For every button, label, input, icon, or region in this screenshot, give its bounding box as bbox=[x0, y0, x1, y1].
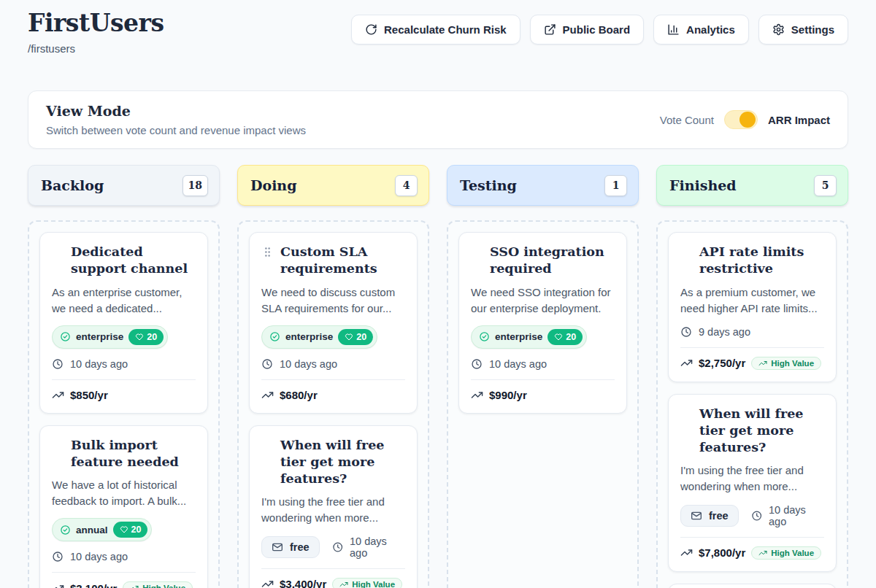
card-divider bbox=[261, 379, 405, 380]
plan-label: annual bbox=[76, 525, 108, 535]
heart-icon bbox=[345, 333, 353, 341]
toggle-knob-icon bbox=[739, 112, 756, 128]
arr-row: $7,800/yrHigh Value bbox=[680, 546, 824, 560]
plan-label: enterprise bbox=[285, 331, 333, 342]
card-title: SSO integration required bbox=[490, 244, 615, 278]
column-dropzone-testing[interactable]: SSO integration requiredWe need SSO inte… bbox=[447, 220, 639, 588]
feedback-card[interactable]: Custom branding for annual plan bbox=[668, 584, 837, 588]
trending-up-icon bbox=[52, 582, 64, 588]
arr-row: $990/yr bbox=[471, 389, 615, 401]
board-column-doing: Doing4Custom SLA requirementsWe need to … bbox=[237, 165, 429, 588]
feedback-card[interactable]: When will free tier get more features?I'… bbox=[668, 394, 837, 572]
board-column-testing: Testing1SSO integration requiredWe need … bbox=[447, 165, 639, 588]
timestamp-label: 10 days ago bbox=[70, 358, 128, 370]
vote-count-pill: 20 bbox=[128, 329, 164, 345]
clock-icon bbox=[680, 326, 692, 338]
view-mode-toggle-group: Vote Count ARR Impact bbox=[660, 110, 830, 129]
feedback-card[interactable]: API rate limits restrictiveAs a premium … bbox=[668, 232, 837, 382]
trending-up-icon bbox=[339, 580, 348, 588]
heart-icon bbox=[135, 333, 144, 341]
check-circle-icon bbox=[269, 331, 280, 342]
clock-icon bbox=[332, 541, 343, 553]
timestamp: 10 days ago bbox=[52, 551, 196, 562]
column-dropzone-backlog[interactable]: Dedicated support channelAs an enterpris… bbox=[28, 220, 220, 588]
trending-up-icon bbox=[680, 546, 693, 559]
high-value-label: High Value bbox=[771, 359, 814, 368]
clock-icon bbox=[471, 358, 483, 370]
high-value-badge: High Value bbox=[751, 357, 821, 370]
trending-up-icon bbox=[758, 359, 767, 368]
analytics-button[interactable]: Analytics bbox=[653, 15, 749, 45]
column-title: Finished bbox=[669, 177, 737, 193]
public-board-button[interactable]: Public Board bbox=[530, 15, 645, 45]
kanban-board: Backlog18Dedicated support channelAs an … bbox=[0, 165, 876, 588]
column-header-doing: Doing4 bbox=[237, 165, 429, 206]
plan-label: enterprise bbox=[76, 331, 123, 342]
trending-up-icon bbox=[680, 357, 693, 369]
trending-up-icon bbox=[261, 578, 274, 588]
bar-chart-icon bbox=[667, 23, 680, 36]
feedback-card[interactable]: Custom SLA requirementsWe need to discus… bbox=[249, 232, 418, 414]
column-dropzone-doing[interactable]: Custom SLA requirementsWe need to discus… bbox=[237, 220, 429, 588]
card-description: I'm using the free tier and wondering wh… bbox=[261, 494, 405, 526]
recalculate-churn-risk-button[interactable]: Recalculate Churn Risk bbox=[351, 15, 520, 45]
column-header-finished: Finished5 bbox=[656, 165, 848, 206]
clock-icon bbox=[52, 551, 64, 562]
timestamp: 9 days ago bbox=[680, 326, 824, 338]
high-value-label: High Value bbox=[142, 584, 185, 588]
timestamp: 10 days ago bbox=[52, 358, 196, 370]
feedback-card[interactable]: SSO integration requiredWe need SSO inte… bbox=[458, 232, 627, 414]
settings-button[interactable]: Settings bbox=[758, 15, 848, 45]
board-slug: /firstusers bbox=[28, 42, 164, 55]
arr-impact-label: ARR Impact bbox=[768, 114, 830, 126]
feedback-card[interactable]: Dedicated support channelAs an enterpris… bbox=[39, 232, 208, 414]
board-column-finished: Finished5API rate limits restrictiveAs a… bbox=[656, 165, 848, 588]
trending-up-icon bbox=[471, 389, 483, 401]
card-badge-row: enterprise20 bbox=[52, 325, 196, 349]
column-count-badge: 18 bbox=[182, 175, 208, 196]
external-link-icon bbox=[544, 23, 556, 36]
vote-count-label: Vote Count bbox=[660, 114, 714, 126]
timestamp-label: 9 days ago bbox=[699, 326, 750, 338]
vote-count: 20 bbox=[147, 332, 157, 342]
clock-icon bbox=[261, 358, 273, 370]
card-title-row: When will free tier get more features? bbox=[680, 406, 824, 457]
card-title: When will free tier get more features? bbox=[699, 406, 824, 457]
card-description: We need SSO integration for our enterpri… bbox=[471, 285, 615, 317]
heart-icon bbox=[120, 525, 128, 534]
arr-value: $3,400/yr bbox=[280, 578, 326, 588]
card-divider bbox=[52, 379, 196, 380]
tier-label: free bbox=[709, 510, 729, 522]
card-title: Dedicated support channel bbox=[71, 244, 196, 278]
timestamp-label: 10 days ago bbox=[280, 358, 337, 370]
feedback-card[interactable]: Bulk import feature neededWe have a lot … bbox=[39, 425, 208, 588]
arr-value: $850/yr bbox=[70, 389, 108, 401]
check-circle-icon bbox=[60, 331, 71, 342]
high-value-badge: High Value bbox=[332, 578, 402, 588]
card-title: API rate limits restrictive bbox=[699, 244, 824, 278]
mail-icon bbox=[691, 510, 702, 522]
gear-icon bbox=[772, 23, 785, 36]
timestamp: 10 days ago bbox=[471, 358, 615, 370]
vote-count: 20 bbox=[356, 332, 366, 342]
drag-handle[interactable] bbox=[261, 246, 274, 259]
button-label: Analytics bbox=[686, 23, 735, 36]
timestamp-label: 10 days ago bbox=[350, 535, 405, 559]
view-mode-toggle[interactable] bbox=[724, 110, 758, 129]
card-title-row: SSO integration required bbox=[471, 244, 615, 278]
card-divider bbox=[52, 572, 196, 573]
vote-count-pill: 20 bbox=[548, 329, 583, 345]
app-root: FirstUsers /firstusers Recalculate Churn… bbox=[0, 0, 876, 588]
plan-label: enterprise bbox=[495, 331, 542, 342]
arr-row: $680/yr bbox=[261, 389, 405, 401]
check-circle-icon bbox=[479, 331, 490, 342]
card-description: As a premium customer, we need higher AP… bbox=[680, 285, 824, 317]
button-label: Public Board bbox=[563, 23, 631, 36]
column-header-backlog: Backlog18 bbox=[28, 165, 220, 206]
button-label: Settings bbox=[791, 23, 834, 36]
view-mode-description: Switch between vote count and revenue im… bbox=[46, 124, 306, 136]
feedback-card[interactable]: When will free tier get more features?I'… bbox=[249, 425, 418, 588]
column-dropzone-finished[interactable]: API rate limits restrictiveAs a premium … bbox=[656, 220, 848, 588]
card-title: When will free tier get more features? bbox=[280, 437, 405, 488]
refresh-icon bbox=[365, 23, 377, 36]
